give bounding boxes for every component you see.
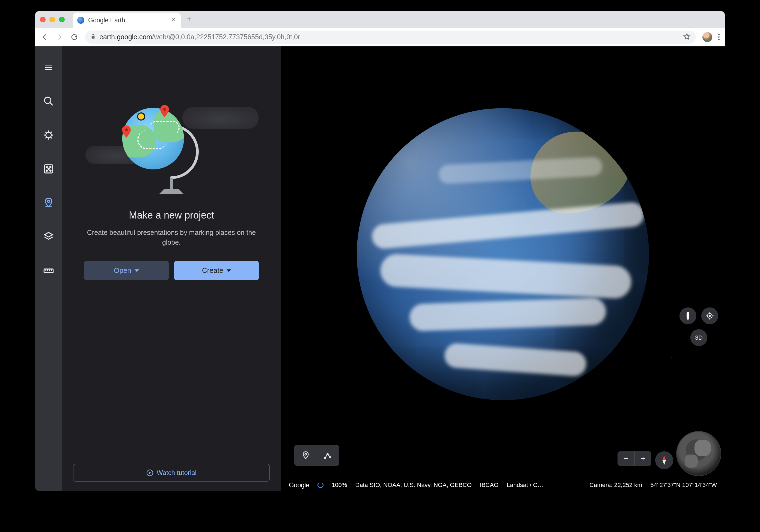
svg-point-3: [46, 166, 48, 168]
svg-point-6: [46, 170, 48, 171]
nav-voyager-button[interactable]: [39, 125, 58, 145]
caret-down-icon: [135, 266, 139, 275]
browser-toolbar: earth.google.com/web/@0,0,0a,22251752.77…: [35, 28, 725, 46]
address-bar[interactable]: earth.google.com/web/@0,0,0a,22251752.77…: [85, 30, 696, 44]
view-controls: 3D: [680, 307, 718, 346]
svg-point-19: [687, 312, 689, 315]
draw-path-button[interactable]: [317, 446, 338, 465]
tab-favicon: [77, 17, 84, 24]
reload-button[interactable]: [68, 30, 81, 44]
panel-heading: Make a new project: [129, 209, 214, 221]
svg-point-15: [305, 454, 307, 455]
profile-avatar[interactable]: [702, 32, 712, 42]
new-tab-button[interactable]: [186, 16, 192, 23]
nav-mapstyle-button[interactable]: [39, 227, 58, 246]
window-minimize-button[interactable]: [49, 17, 55, 22]
svg-point-21: [709, 315, 711, 317]
url-text: earth.google.com/web/@0,0,0a,22251752.77…: [99, 33, 300, 41]
back-button[interactable]: [38, 30, 51, 44]
compass-button[interactable]: [655, 451, 673, 469]
drawing-toolbar: [294, 445, 339, 466]
pin-icon: [159, 105, 170, 119]
svg-point-7: [50, 170, 51, 171]
tab-strip: Google Earth: [35, 11, 725, 28]
status-bar: Google 100% Data SIO, NOAA, U.S. Navy, N…: [281, 479, 725, 491]
progress-text: 100%: [332, 481, 347, 489]
lock-icon: [91, 34, 96, 40]
close-tab-button[interactable]: [170, 17, 176, 23]
attribution-text: IBCAO: [480, 481, 499, 489]
attribution-text: Landsat / C…: [507, 481, 544, 489]
create-button[interactable]: Create: [174, 261, 259, 280]
overview-globe-button[interactable]: [676, 431, 721, 476]
vertical-nav: [35, 46, 62, 491]
nav-measure-button[interactable]: [39, 261, 58, 280]
zoom-out-button[interactable]: [618, 451, 635, 466]
caret-down-icon: [227, 266, 231, 275]
attribution-text: Data SIO, NOAA, U.S. Navy, NGA, GEBCO: [355, 481, 471, 489]
forward-button[interactable]: [53, 30, 66, 44]
nav-menu-button[interactable]: [39, 58, 58, 77]
svg-rect-9: [44, 269, 53, 273]
tab-title: Google Earth: [88, 17, 166, 24]
google-logo-text: Google: [289, 481, 309, 489]
projects-panel: Make a new project Create beautiful pres…: [62, 46, 281, 491]
window-controls: [40, 17, 65, 22]
zoom-in-button[interactable]: [635, 451, 651, 466]
panel-illustration: [106, 98, 237, 197]
window-maximize-button[interactable]: [59, 17, 65, 22]
window-close-button[interactable]: [40, 17, 46, 22]
browser-window: Google Earth earth.google.com/web/@0,0,0…: [35, 11, 725, 491]
map-canvas[interactable]: 3D Google 100% Data SIO, NOAA, U.S. Navy…: [281, 46, 725, 491]
svg-point-5: [48, 168, 49, 170]
nav-search-button[interactable]: [39, 92, 58, 111]
coordinates-text: 54°27'37"N 107°14'34"W: [650, 481, 717, 489]
svg-point-4: [50, 166, 51, 168]
browser-tab[interactable]: Google Earth: [73, 13, 181, 28]
loading-indicator-icon: [317, 482, 323, 488]
pegman-button[interactable]: [680, 307, 696, 324]
play-circle-icon: [146, 469, 153, 476]
svg-point-12: [125, 128, 128, 131]
browser-menu-button[interactable]: [716, 32, 722, 42]
panel-description: Create beautiful presentations by markin…: [84, 228, 259, 247]
open-button[interactable]: Open: [84, 261, 169, 280]
toggle-3d-button[interactable]: 3D: [690, 329, 707, 346]
add-placemark-button[interactable]: [295, 446, 316, 465]
svg-point-13: [163, 108, 166, 111]
svg-point-8: [48, 200, 50, 202]
my-location-button[interactable]: [701, 307, 718, 324]
app-content: Make a new project Create beautiful pres…: [35, 46, 725, 491]
pin-icon: [121, 125, 132, 140]
nav-projects-button[interactable]: [39, 193, 58, 212]
bookmark-button[interactable]: [683, 33, 690, 41]
watch-tutorial-button[interactable]: Watch tutorial: [73, 464, 270, 481]
svg-point-1: [46, 132, 51, 138]
nav-lucky-button[interactable]: [39, 159, 58, 178]
camera-label: Camera: 22,252 km: [590, 481, 642, 489]
earth-globe: [357, 108, 649, 400]
svg-point-0: [44, 97, 51, 104]
zoom-control: [618, 451, 651, 466]
